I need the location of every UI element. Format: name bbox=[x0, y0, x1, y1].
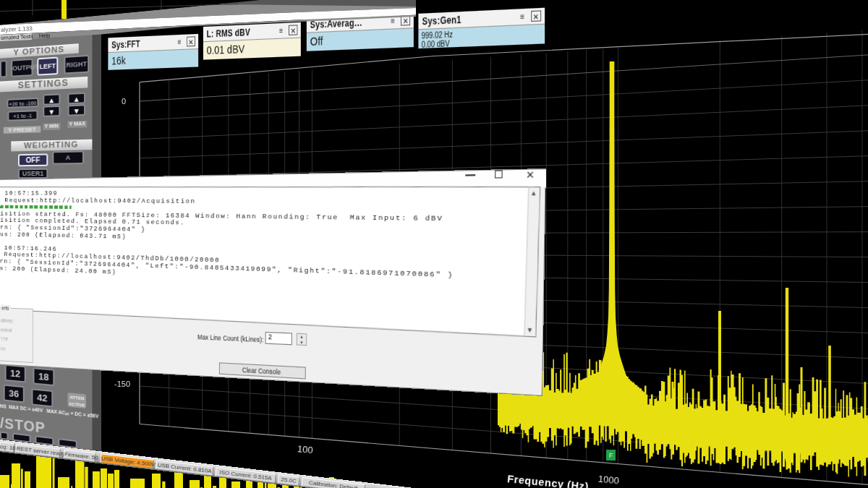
svg-text:F: F bbox=[609, 452, 613, 459]
